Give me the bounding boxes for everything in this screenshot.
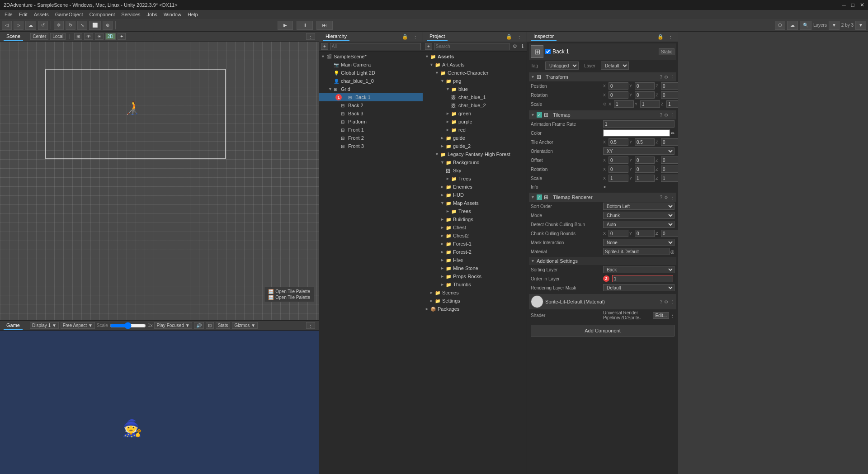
aspect-dropdown[interactable]: Free Aspect ▼ bbox=[61, 322, 95, 329]
tree-item-charblue[interactable]: 👤 char_blue_1_0 bbox=[319, 77, 423, 85]
tab-hierarchy[interactable]: Hierarchy bbox=[323, 33, 349, 41]
offset-y-input[interactable] bbox=[635, 156, 655, 164]
scene-local-button[interactable]: Local bbox=[50, 33, 66, 40]
tilemap-checkbox[interactable]: ✓ bbox=[537, 112, 542, 118]
tab-project[interactable]: Project bbox=[427, 33, 448, 41]
pause-button[interactable]: ⏸ bbox=[297, 21, 313, 30]
hierarchy-more-button[interactable]: ⋮ bbox=[411, 33, 419, 40]
tree-item-assets[interactable]: ▼ 📁 Assets bbox=[423, 52, 527, 61]
tree-item-samplescene[interactable]: ▼ 🎬 SampleScene* bbox=[319, 52, 423, 61]
tree-item-mapassets[interactable]: ▼ 📁 Map Assets bbox=[423, 199, 527, 207]
tree-item-scenes[interactable]: ► 📁 Scenes bbox=[423, 289, 527, 297]
tilemap-rotation-z-input[interactable] bbox=[661, 166, 678, 173]
project-info-button[interactable]: ℹ bbox=[520, 43, 525, 50]
scene-more-button[interactable]: ⋮ bbox=[306, 33, 315, 40]
scale-y-input[interactable] bbox=[640, 100, 660, 108]
tilemap-scale-y-input[interactable] bbox=[635, 175, 655, 182]
open-tile-palette-row2[interactable]: 🪟 Open Tile Palette bbox=[268, 295, 310, 300]
step-button[interactable]: ⏭ bbox=[316, 21, 333, 30]
mask-interaction-select[interactable]: None bbox=[603, 239, 675, 246]
tab-scene[interactable]: Scene bbox=[4, 33, 23, 41]
menu-services[interactable]: Services bbox=[118, 10, 143, 19]
tree-item-back3[interactable]: ⊟ Back 3 bbox=[319, 109, 423, 118]
tree-item-back2[interactable]: ⊟ Back 2 bbox=[319, 101, 423, 109]
detect-chunk-select[interactable]: Auto bbox=[603, 221, 675, 228]
layer-select[interactable]: Default bbox=[601, 62, 629, 70]
layers-dropdown[interactable]: ▼ bbox=[829, 21, 840, 30]
tree-item-back1[interactable]: 1 ⊟ Back 1 bbox=[319, 93, 423, 101]
offset-x-input[interactable] bbox=[609, 156, 628, 164]
play-button[interactable]: ▶ bbox=[278, 21, 293, 30]
tree-item-hive[interactable]: ► 📁 Hive bbox=[423, 256, 527, 264]
rendering-layer-mask-select[interactable]: Default bbox=[603, 284, 675, 291]
rotation-z-input[interactable] bbox=[661, 91, 678, 99]
tilemap-scale-x-input[interactable] bbox=[609, 175, 628, 182]
tilemap-rotation-x-input[interactable] bbox=[609, 166, 628, 173]
tree-item-propsrocks[interactable]: ► 📁 Props-Rocks bbox=[423, 272, 527, 280]
chunk-culling-z-input[interactable] bbox=[661, 230, 678, 237]
game-more-button[interactable]: ⋮ bbox=[306, 322, 315, 329]
offset-z-input[interactable] bbox=[661, 156, 678, 164]
tilemap-rotation-y-input[interactable] bbox=[635, 166, 655, 173]
tree-item-buildings[interactable]: ► 📁 Buildings bbox=[423, 215, 527, 223]
tree-item-front2[interactable]: ⊟ Front 2 bbox=[319, 134, 423, 142]
tree-item-red[interactable]: ► 📁 red bbox=[423, 126, 527, 134]
add-component-button[interactable]: Add Component bbox=[531, 325, 675, 337]
tree-item-grid[interactable]: ▼ ⊞ Grid bbox=[319, 85, 423, 93]
open-tile-palette-row[interactable]: 🪟 Open Tile Palette bbox=[268, 289, 310, 294]
position-x-input[interactable] bbox=[609, 82, 628, 90]
move-tool-button[interactable]: ✥ bbox=[54, 21, 64, 30]
tile-anchor-y-input[interactable] bbox=[635, 138, 655, 146]
play-focused-btn[interactable]: Play Focused ▼ bbox=[154, 322, 192, 329]
tree-item-guide[interactable]: ► 📁 guide bbox=[423, 134, 527, 142]
chunk-culling-y-input[interactable] bbox=[635, 230, 655, 237]
tree-item-legacyfantasy[interactable]: ▼ 📁 Legacy-Fantasy-High Forest bbox=[423, 150, 527, 158]
tree-item-platform[interactable]: ⊟ Platform bbox=[319, 118, 423, 126]
tree-item-trees[interactable]: ► 📁 Trees bbox=[423, 175, 527, 183]
color-picker-button[interactable]: ✏ bbox=[671, 131, 675, 136]
menu-assets[interactable]: Assets bbox=[31, 10, 52, 19]
tree-item-charblue1[interactable]: 🖼 char_blue_1 bbox=[423, 93, 527, 101]
material-target-button[interactable]: ◎ bbox=[670, 249, 675, 254]
menu-gameobject[interactable]: GameObject bbox=[52, 10, 86, 19]
inspector-more-button[interactable]: ⋮ bbox=[667, 33, 675, 40]
tree-item-front3[interactable]: ⊟ Front 3 bbox=[319, 142, 423, 150]
tree-item-settings[interactable]: ► 📁 Settings bbox=[423, 297, 527, 305]
sorting-layer-select[interactable]: Back bbox=[603, 266, 675, 273]
tree-item-background[interactable]: ▼ 📁 Background bbox=[423, 158, 527, 166]
scene-center-button[interactable]: Center bbox=[30, 33, 48, 40]
shader-list-button[interactable]: ⋮ bbox=[670, 313, 675, 318]
sort-order-select[interactable]: Bottom Left bbox=[603, 203, 675, 210]
chunk-culling-x-input[interactable] bbox=[609, 230, 628, 237]
scene-fx-button[interactable]: ✦ bbox=[118, 33, 126, 40]
tree-item-front1[interactable]: ⊟ Front 1 bbox=[319, 126, 423, 134]
close-button[interactable]: ✕ bbox=[860, 2, 864, 8]
rotation-y-input[interactable] bbox=[635, 91, 655, 99]
mode-select[interactable]: Chunk bbox=[603, 212, 675, 219]
tilemap-scale-z-input[interactable] bbox=[661, 175, 678, 182]
tree-item-purple[interactable]: ► 📁 purple bbox=[423, 118, 527, 126]
tree-item-globallight[interactable]: 💡 Global Light 2D bbox=[319, 69, 423, 77]
rect-tool-button[interactable]: ⬜ bbox=[89, 21, 101, 30]
maximize-button[interactable]: □ bbox=[851, 2, 854, 8]
tree-item-green[interactable]: ► 📁 green bbox=[423, 109, 527, 118]
scale-tool-button[interactable]: ⤡ bbox=[77, 21, 87, 30]
scale-x-input[interactable] bbox=[614, 100, 634, 108]
tree-item-guide2[interactable]: ► 📁 guide_2 bbox=[423, 142, 527, 150]
menu-help[interactable]: Help bbox=[185, 10, 201, 19]
tree-item-forest1[interactable]: ► 📁 Forest-1 bbox=[423, 240, 527, 248]
menu-window[interactable]: Window bbox=[161, 10, 184, 19]
orientation-select[interactable]: XY bbox=[603, 147, 675, 155]
project-lock-button[interactable]: 🔒 bbox=[505, 33, 514, 40]
menu-jobs[interactable]: Jobs bbox=[144, 10, 160, 19]
tilemap-renderer-header[interactable]: ▼ ✓ ⊞ Tilemap Renderer ? ⚙ ⋮ bbox=[529, 193, 676, 202]
transform-header[interactable]: ▼ ⊞ Transform ? ⚙ ⋮ bbox=[529, 72, 676, 81]
tree-item-forest2[interactable]: ► 📁 Forest-2 bbox=[423, 248, 527, 256]
position-z-input[interactable] bbox=[661, 82, 678, 90]
material-input[interactable] bbox=[603, 248, 670, 255]
scene-vis-button[interactable]: 👁 bbox=[84, 33, 93, 40]
tree-item-packages[interactable]: ► 📦 Packages bbox=[423, 305, 527, 313]
hierarchy-search-input[interactable] bbox=[330, 43, 421, 50]
tile-anchor-x-input[interactable] bbox=[609, 138, 628, 146]
tree-item-chest[interactable]: ► 📁 Chest bbox=[423, 223, 527, 232]
